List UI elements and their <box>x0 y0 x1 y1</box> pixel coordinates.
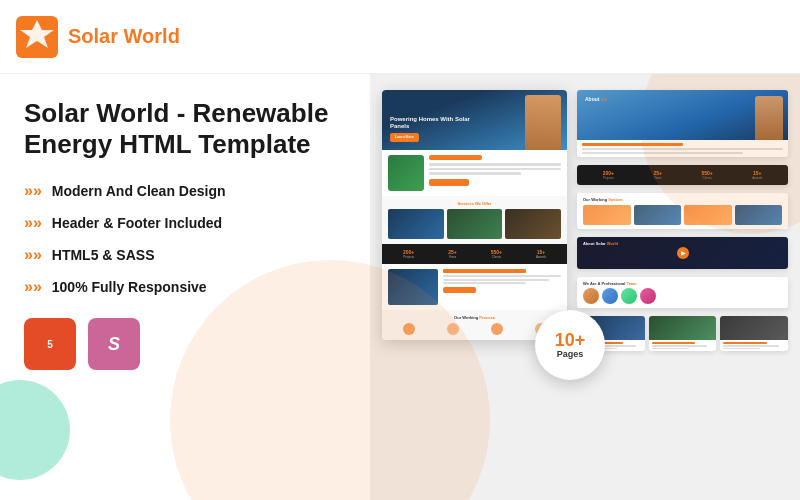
feature-label: Modern And Clean Design <box>52 183 226 199</box>
logo: Solar World <box>16 16 180 58</box>
preview-line <box>429 168 561 171</box>
about-solar-label: About Solar World <box>583 241 618 246</box>
preview-hero-text: Powering Homes With Solar Panels Learn M… <box>390 116 470 142</box>
product-title: Solar World - Renewable Energy HTML Temp… <box>24 98 346 160</box>
hero-headline: Powering Homes With Solar Panels <box>390 116 470 132</box>
working-title: Our Working Process <box>388 315 561 320</box>
right-panel: Powering Homes With Solar Panels Learn M… <box>370 74 800 500</box>
reshaping-line <box>443 279 549 281</box>
reshaping-btn <box>443 287 476 293</box>
stat-label: Awards <box>536 255 546 259</box>
preview-btn <box>429 179 469 186</box>
features-list: »» Modern And Clean Design »» Header & F… <box>24 182 346 296</box>
bc-line <box>652 345 708 347</box>
logo-text: Solar World <box>68 25 180 48</box>
list-item: »» HTML5 & SASS <box>24 246 346 264</box>
mini-stat: 200+ Projects <box>603 170 614 180</box>
step-3 <box>491 323 503 335</box>
feature-label: 100% Fully Responsive <box>52 279 207 295</box>
bc-title <box>652 342 695 344</box>
mini-stat-lbl: Projects <box>603 176 614 180</box>
mini-person <box>755 96 783 140</box>
bc-line <box>652 348 689 350</box>
pages-badge: 10+ Pages <box>535 310 605 380</box>
stat-label: Clients <box>491 255 502 259</box>
app-header: Solar World <box>0 0 800 74</box>
mini-card-about-solar: ▶ About Solar World <box>577 237 788 269</box>
preview-stats-bar: 200+ Projects 25+ Years 550+ Clients 15+… <box>382 244 567 264</box>
mini-card-team: We Are A Professional Team <box>577 277 788 308</box>
preview-about-text <box>429 155 561 191</box>
step-1 <box>403 323 415 335</box>
stat-label: Years <box>448 255 456 259</box>
team-avatar <box>640 288 656 304</box>
preview-service-card-1 <box>388 209 444 239</box>
preview-stat-1: 200+ Projects <box>403 249 414 259</box>
team-avatar <box>583 288 599 304</box>
preview-reshaping-img <box>388 269 438 305</box>
team-avatar <box>621 288 637 304</box>
team-title: We Are A Professional Team <box>583 281 782 286</box>
preview-line <box>429 172 521 175</box>
preview-section-title <box>429 155 482 160</box>
preview-right-stack: About Us 200+ Projects 25+ <box>577 90 788 351</box>
stat-label: Projects <box>403 255 414 259</box>
arrow-icon: »» <box>24 278 42 296</box>
bc-img <box>649 316 717 340</box>
mini-team-body: We Are A Professional Team <box>577 277 788 308</box>
preview-hero-person <box>525 95 561 150</box>
bottom-card-grid <box>577 316 788 352</box>
pages-label: Pages <box>557 349 584 359</box>
bc-body <box>720 340 788 352</box>
preview-hero-btn: Learn More <box>390 133 419 142</box>
team-members <box>583 288 782 304</box>
bc-body <box>649 340 717 352</box>
preview-service-card-3 <box>505 209 561 239</box>
bc-line <box>723 348 760 350</box>
preview-stat-2: 25+ Years <box>448 249 456 259</box>
preview-reshaping-text <box>443 269 561 305</box>
preview-reshaping <box>382 264 567 310</box>
reshaping-title <box>443 269 526 273</box>
mini-about-label: About Us <box>585 96 607 102</box>
reshaping-line <box>443 282 526 284</box>
team-avatar <box>602 288 618 304</box>
arrow-icon: »» <box>24 182 42 200</box>
feature-label: Header & Footer Included <box>52 215 222 231</box>
reshaping-line <box>443 275 561 277</box>
preview-stat-4: 15+ Awards <box>536 249 546 259</box>
preview-hero: Powering Homes With Solar Panels Learn M… <box>382 90 567 150</box>
bc-line <box>723 345 779 347</box>
main-content: Solar World - Renewable Energy HTML Temp… <box>0 74 800 500</box>
preview-services-section: Services We Offer <box>382 196 567 244</box>
deco-circle-teal <box>0 380 70 480</box>
preview-main-card: Powering Homes With Solar Panels Learn M… <box>382 90 567 340</box>
mini-video-section: ▶ About Solar World <box>577 237 788 269</box>
preview-service-cards <box>388 209 561 239</box>
step-2 <box>447 323 459 335</box>
bottom-card-3 <box>720 316 788 352</box>
play-button[interactable]: ▶ <box>677 247 689 259</box>
mini-card-img: About Us <box>577 90 788 140</box>
preview-stat-3: 550+ Clients <box>491 249 502 259</box>
bc-img <box>720 316 788 340</box>
mini-stat-num: 200+ <box>603 170 614 176</box>
sass-badge: S <box>88 318 140 370</box>
pages-count: 10+ <box>555 331 586 349</box>
arrow-icon: »» <box>24 246 42 264</box>
left-panel: Solar World - Renewable Energy HTML Temp… <box>0 74 370 500</box>
preview-about-section <box>382 150 567 196</box>
list-item: »» 100% Fully Responsive <box>24 278 346 296</box>
working-steps <box>388 323 561 335</box>
step-card <box>684 205 732 225</box>
tech-badges: 5 S <box>24 318 346 370</box>
list-item: »» Modern And Clean Design <box>24 182 346 200</box>
arrow-icon: »» <box>24 214 42 232</box>
html5-badge: 5 <box>24 318 76 370</box>
step-card <box>634 205 682 225</box>
bc-title <box>723 342 766 344</box>
step-card <box>735 205 783 225</box>
preview-service-card-2 <box>447 209 503 239</box>
preview-about-img <box>388 155 424 191</box>
feature-label: HTML5 & SASS <box>52 247 155 263</box>
